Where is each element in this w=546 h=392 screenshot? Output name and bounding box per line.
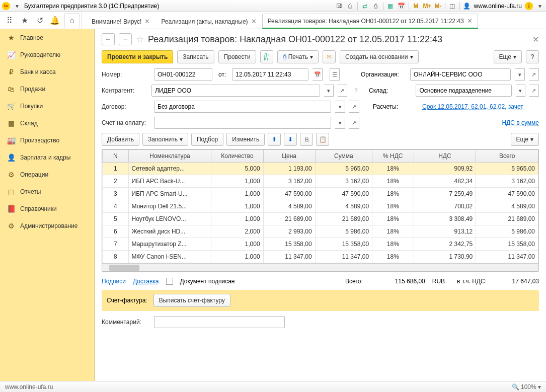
table-more-button[interactable]: Еще▾ <box>511 133 539 146</box>
dt-kt-button[interactable]: ДтКт <box>260 50 273 63</box>
copy-button[interactable]: ⎘ <box>300 133 313 146</box>
horizontal-scrollbar[interactable] <box>102 263 538 271</box>
more-button[interactable]: Еще▾ <box>494 50 522 63</box>
create-based-button[interactable]: Создать на основании▾ <box>340 50 419 63</box>
vat-in-sum-link[interactable]: НДС в сумме <box>502 119 539 126</box>
column-header[interactable]: % НДС <box>372 150 414 163</box>
tab-close-icon[interactable]: ✕ <box>467 17 473 25</box>
history-icon[interactable]: ↺ <box>32 13 47 28</box>
column-header[interactable]: Количество <box>211 150 263 163</box>
compare-icon[interactable]: ⇄ <box>361 2 369 10</box>
date-field[interactable] <box>232 68 308 81</box>
invoice-order-open-icon[interactable]: ↗ <box>349 117 359 129</box>
number-field[interactable] <box>154 68 212 81</box>
apps-icon[interactable]: ⠿ <box>2 13 17 28</box>
calculations-link[interactable]: Срок 12.05.2017, 62.01, 62.02, зачет <box>422 103 539 110</box>
post-and-close-button[interactable]: Провести и закрыть <box>102 50 173 63</box>
menu-dropdown-icon[interactable]: ▾ <box>536 2 544 10</box>
sidebar-item-6[interactable]: 🏭Производство <box>0 132 94 149</box>
table-row[interactable]: 2ИБП APC Back-U...1,0003 162,003 162,001… <box>103 175 538 188</box>
table-row[interactable]: 4Монитор Dell 21.5...1,0004 589,004 589,… <box>103 200 538 213</box>
tab-close-icon[interactable]: ✕ <box>251 18 257 25</box>
m-button[interactable]: M <box>412 2 420 10</box>
column-header[interactable]: НДС <box>414 150 476 163</box>
close-document-icon[interactable]: ✕ <box>532 35 539 44</box>
invoice-order-field[interactable] <box>154 117 331 129</box>
move-down-button[interactable]: ⬇ <box>284 133 297 146</box>
column-header[interactable]: Всего <box>476 150 538 163</box>
delivery-link[interactable]: Доставка <box>133 278 159 285</box>
sidebar-item-5[interactable]: ▦Склад <box>0 115 94 132</box>
tab-0[interactable]: Внимание! Вирус!✕ <box>86 14 155 29</box>
signatures-link[interactable]: Подписи <box>102 278 126 285</box>
sidebar-item-11[interactable]: ⚙Администрирование <box>0 217 94 234</box>
print-icon[interactable]: ⎙ <box>346 2 354 10</box>
forward-button[interactable]: → <box>119 33 132 45</box>
date-extra-icon[interactable]: ☰ <box>330 68 340 81</box>
print-button[interactable]: ⎙Печать▾ <box>277 50 319 63</box>
org-dropdown-icon[interactable]: ▾ <box>515 68 525 81</box>
invoice-order-dropdown-icon[interactable]: ▾ <box>335 117 345 129</box>
table-row[interactable]: 5Ноутбук LENOVO...1,00021 689,0021 689,0… <box>103 213 538 225</box>
sidebar-item-3[interactable]: 🛍Продажи <box>0 81 94 98</box>
sidebar-item-7[interactable]: 👤Зарплата и кадры <box>0 149 94 166</box>
panel-icon[interactable]: ◫ <box>448 2 456 10</box>
save-icon[interactable]: 🖫 <box>335 2 343 10</box>
warehouse-dropdown-icon[interactable]: ▾ <box>516 85 525 97</box>
calc-icon[interactable]: ▦ <box>386 2 395 10</box>
tab-1[interactable]: Реализация (акты, накладные)✕ <box>155 14 262 29</box>
back-button[interactable]: ← <box>102 33 115 45</box>
mminus-button[interactable]: M- <box>435 2 442 10</box>
table-row[interactable]: 6Жесткий диск HD...2,0002 993,005 986,00… <box>103 225 538 238</box>
issue-invoice-button[interactable]: Выписать счет-фактуру <box>153 294 230 307</box>
warehouse-field[interactable] <box>416 85 512 97</box>
date-picker-icon[interactable]: 📅 <box>313 68 323 81</box>
help-button[interactable]: ? <box>526 50 539 63</box>
calendar-icon[interactable]: 📅 <box>398 2 406 10</box>
counterparty-help-icon[interactable]: ? <box>351 85 361 97</box>
doc-signed-checkbox[interactable] <box>166 278 173 285</box>
sidebar-item-4[interactable]: 🛒Покупки <box>0 98 94 115</box>
contract-dropdown-icon[interactable]: ▾ <box>335 101 345 113</box>
org-field[interactable] <box>410 68 511 81</box>
sidebar-item-10[interactable]: 📕Справочники <box>0 200 94 217</box>
favorite-star-icon[interactable]: ☆ <box>136 34 144 45</box>
tab-2[interactable]: Реализация товаров: Накладная ОН01-00012… <box>262 14 478 29</box>
contract-field[interactable] <box>154 101 331 113</box>
column-header[interactable]: N <box>103 150 129 163</box>
table-row[interactable]: 1Сетевой адаптер...5,0001 193,005 965,00… <box>103 163 538 175</box>
change-button[interactable]: Изменить <box>226 133 265 146</box>
org-open-icon[interactable]: ↗ <box>529 68 539 81</box>
sidebar-item-9[interactable]: ▤Отчеты <box>0 183 94 200</box>
pick-button[interactable]: Подбор <box>191 133 223 146</box>
favorite-icon[interactable]: ★ <box>17 13 32 28</box>
home-icon[interactable]: ⌂ <box>64 13 80 28</box>
dropdown-icon[interactable]: ▾ <box>13 2 21 10</box>
zoom-control[interactable]: 🔍 100% ▾ <box>512 383 541 390</box>
contract-open-icon[interactable]: ↗ <box>349 101 359 113</box>
table-row[interactable]: 7Маршрутизатор Z...1,00015 358,0015 358,… <box>103 238 538 251</box>
comment-field[interactable] <box>154 316 285 328</box>
column-header[interactable]: Номенклатура <box>128 150 211 163</box>
warehouse-open-icon[interactable]: ↗ <box>529 85 539 97</box>
table-row[interactable]: 8МФУ Canon i-SEN...1,00011 347,0011 347,… <box>103 251 538 263</box>
mplus-button[interactable]: M+ <box>423 2 432 10</box>
add-row-button[interactable]: Добавить <box>102 133 139 146</box>
counterparty-dropdown-icon[interactable]: ▾ <box>324 85 334 97</box>
sidebar-item-2[interactable]: ₽Банк и касса <box>0 63 94 81</box>
counterparty-open-icon[interactable]: ↗ <box>338 85 347 97</box>
column-header[interactable]: Цена <box>263 150 315 163</box>
tab-close-icon[interactable]: ✕ <box>144 18 150 25</box>
post-button[interactable]: Провести <box>218 50 256 63</box>
info-icon[interactable]: i <box>525 2 533 10</box>
column-header[interactable]: Сумма <box>315 150 372 163</box>
email-button[interactable]: ✉ <box>323 50 336 63</box>
sidebar-item-1[interactable]: 📈Руководителю <box>0 46 94 63</box>
sidebar-item-0[interactable]: ★Главное <box>0 29 94 46</box>
table-row[interactable]: 3ИБП APC Smart-U...1,00047 590,0047 590,… <box>103 188 538 200</box>
paste-button[interactable]: 📋 <box>316 133 329 146</box>
sidebar-item-8[interactable]: ⚙Операции <box>0 166 94 183</box>
save-button[interactable]: Записать <box>177 50 214 63</box>
print2-icon[interactable]: ⎙ <box>372 2 380 10</box>
notifications-icon[interactable]: 🔔 <box>47 13 62 28</box>
